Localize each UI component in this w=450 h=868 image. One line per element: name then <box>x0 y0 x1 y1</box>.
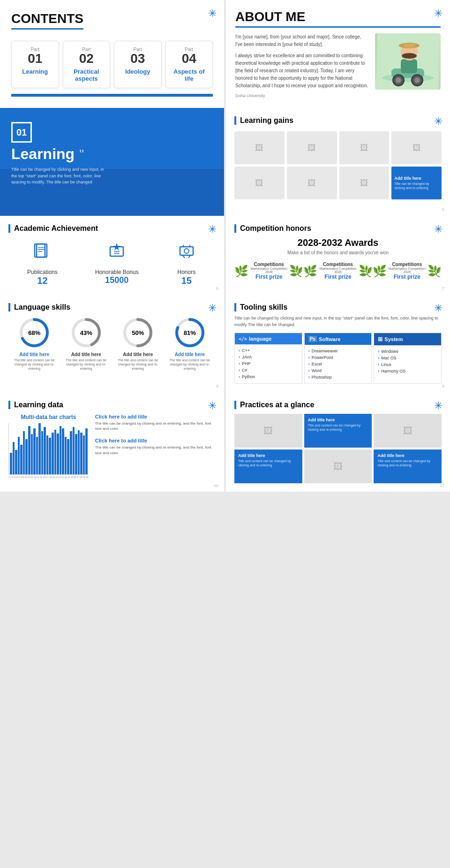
part-num-4: 04 <box>170 52 209 65</box>
bar-label-3: 4 <box>14 476 15 479</box>
honors-value: 15 <box>176 275 197 286</box>
bar-17 <box>54 430 57 474</box>
snowflake-prac-icon: ✳ <box>434 400 442 412</box>
wreath-left-3: 🌿 <box>373 265 387 278</box>
skill-3-desc: The title and content can be changed by … <box>117 358 159 371</box>
bar-label-17: 18 <box>49 476 52 479</box>
bar-23 <box>70 431 72 474</box>
bar-4 <box>20 445 22 474</box>
publications-value: 12 <box>27 275 58 286</box>
tool-col-lang: </> language C++ JAVA PHP C# Python <box>234 333 302 384</box>
gain-img-4: 🖼 <box>391 131 442 164</box>
snowflake-icon: ✳ <box>208 8 217 20</box>
learning-title: Learning <box>11 145 75 163</box>
award-3-inner: Competitions Mathematics Competition 202… <box>388 262 427 280</box>
honors-label: Honors <box>176 269 197 275</box>
skill-4-pct: 81% <box>184 329 196 336</box>
svg-point-11 <box>402 53 417 59</box>
award-2: 🌿 Competitions Mathematics Competition 2… <box>303 262 372 280</box>
academic-title: Academic Achievement <box>14 224 98 233</box>
academic-title-row: Academic Achievement <box>8 224 216 233</box>
tool-header-soft: Ps Software <box>305 333 372 345</box>
click-title-1[interactable]: Click here to add title <box>95 414 216 419</box>
award-3-comp: Competitions <box>388 262 427 267</box>
bar-label-26: 27 <box>77 476 80 479</box>
skill-3-title: Add title here <box>117 352 159 357</box>
bar-26 <box>78 430 80 474</box>
prac-title: Practices at a glance <box>240 401 314 409</box>
bar-27 <box>80 433 82 474</box>
tools-panel: ✳ Tooling skills Title can be changed by… <box>226 295 450 392</box>
part-name-4: Aspects of life <box>170 68 209 82</box>
lang-title: Language skills <box>14 303 70 312</box>
tool-col-soft: Ps Software Dreamweaver PowerPoint Excel… <box>304 333 372 384</box>
bar-label-9: 10 <box>24 476 27 479</box>
prac-blue-6-desc: Title and content can be changed by clic… <box>377 459 438 467</box>
snowflake-gains-icon: ✳ <box>434 115 442 128</box>
svg-rect-7 <box>401 59 417 73</box>
snowflake-comp-icon: ✳ <box>434 223 442 236</box>
stat-honors: Honors 15 <box>176 240 197 286</box>
bar-label-11: 12 <box>30 476 33 479</box>
skill-4-title: Add title here <box>169 352 211 357</box>
bar-label-0: 1 <box>8 476 10 479</box>
page-num-6: 6 <box>216 286 218 291</box>
prac-blue-6: Add title here Title and content can be … <box>374 449 442 483</box>
svg-point-6 <box>414 77 420 83</box>
about-title: ABOUT ME <box>235 9 441 28</box>
bar-label-13: 14 <box>37 476 39 479</box>
bar-label-25: 26 <box>74 476 76 479</box>
prac-title-bar <box>234 401 236 409</box>
gain-img-3: 🖼 <box>339 131 390 164</box>
gains-image-grid: 🖼 🖼 🖼 🖼 🖼 🖼 🖼 Add title here Title can b… <box>234 131 442 199</box>
skill-2-desc: The title and content can be changed by … <box>65 358 107 371</box>
about-panel: ✳ ABOUT ME I'm [your name], from [your s… <box>226 0 450 108</box>
prac-blue-1-title: Add title here <box>308 418 368 422</box>
bar-label-14: 15 <box>40 476 43 479</box>
click-title-2[interactable]: Click here to add title <box>95 438 216 443</box>
comp-title: Competition honors <box>240 224 311 233</box>
about-footer: Doha University <box>235 93 441 98</box>
svg-point-22 <box>184 249 189 253</box>
lang-item-csharp: C# <box>239 367 298 373</box>
competition-panel: ✳ Competition honors 2028-2032 Awards Ma… <box>226 216 450 295</box>
gains-title-bar <box>234 116 236 125</box>
bar-19 <box>60 426 62 474</box>
bar-5 <box>23 431 25 474</box>
tool-sys-items: Windows Mac OS Linux Harmony OS <box>374 345 441 377</box>
publications-label: Publications <box>27 269 58 275</box>
snowflake-about-icon: ✳ <box>434 8 442 20</box>
about-text2: I always strive for excellence and am co… <box>235 52 369 90</box>
academic-title-bar <box>8 224 10 233</box>
soft-item-ps: Photoshop <box>308 374 368 381</box>
tools-grid: </> language C++ JAVA PHP C# Python Ps S… <box>234 333 442 384</box>
bar-16 <box>52 433 54 474</box>
bar-label-29: 30 <box>86 476 89 479</box>
bar-label-18: 19 <box>52 476 55 479</box>
bar-13 <box>44 427 46 474</box>
learning-gains-panel: ✳ Learning gains 🖼 🖼 🖼 🖼 🖼 🖼 🖼 Add title… <box>226 108 450 216</box>
about-illustration <box>377 33 438 90</box>
prac-blue-4-title: Add title here <box>238 453 299 458</box>
svg-rect-21 <box>180 247 193 255</box>
snowflake-tools-icon: ✳ <box>434 302 442 314</box>
snowflake-academic-icon: ✳ <box>208 223 217 236</box>
prac-blue-4: Add title here Title and content can be … <box>234 449 302 483</box>
prac-blue-1: Add title here Title and content can be … <box>304 414 372 448</box>
bar-label-23: 24 <box>68 476 70 479</box>
svg-point-5 <box>396 77 401 83</box>
page-num-8: 8 <box>216 384 218 388</box>
learning-quote-icon: " <box>79 147 84 162</box>
bar-label-20: 21 <box>58 476 61 479</box>
learning-num-box: 01 <box>11 122 32 143</box>
page-num-7: 7 <box>442 286 444 291</box>
tools-title-row: Tooling skills <box>234 303 442 312</box>
wreath-left-2: 🌿 <box>303 265 317 278</box>
tool-sys-label: System <box>384 336 403 342</box>
bar-22 <box>67 439 69 474</box>
prac-blue-4-desc: Title and content can be changed by clic… <box>238 459 299 467</box>
about-text1: I'm [your name], from [your school and m… <box>235 33 369 48</box>
academic-panel: ✳ Academic Achievement Publications 12 H… <box>0 216 224 295</box>
part-name-3: Ideology <box>118 68 158 75</box>
tools-title-bar <box>234 303 236 312</box>
